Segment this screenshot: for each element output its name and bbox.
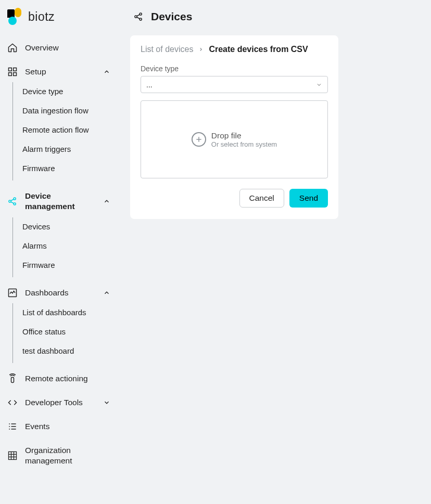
page-title: Devices — [151, 10, 192, 23]
device-type-label: Device type — [141, 64, 328, 73]
svg-line-8 — [11, 202, 14, 203]
chevron-up-icon — [103, 68, 110, 75]
share-icon — [133, 11, 144, 22]
nav-organization-management[interactable]: Organization management — [0, 440, 120, 471]
nav-setup-device-type[interactable]: Device type — [13, 82, 120, 100]
nav-device-management[interactable]: Device management — [0, 186, 120, 217]
device-type-select[interactable]: ... — [141, 76, 328, 93]
chevron-down-icon — [103, 399, 110, 406]
nav-dashboards[interactable]: Dashboards — [0, 282, 120, 303]
svg-point-22 — [135, 16, 137, 18]
nav-events[interactable]: Events — [0, 416, 120, 437]
nav-setup-firmware[interactable]: Firmware — [13, 159, 120, 177]
dropzone-main-text: Drop file — [211, 131, 277, 140]
nav-db-test[interactable]: test dashboard — [13, 342, 120, 360]
device-type-value: ... — [146, 81, 153, 89]
nav: Overview Setup Device type Data ingestio… — [0, 37, 120, 471]
list-icon — [7, 421, 18, 432]
nav-developer-tools[interactable]: Developer Tools — [0, 392, 120, 413]
nav-db-office-status[interactable]: Office status — [13, 322, 120, 341]
svg-rect-1 — [14, 68, 17, 71]
brand-name: biotz — [28, 10, 55, 24]
nav-remote-actioning[interactable]: Remote actioning — [0, 368, 120, 389]
sidebar: biotz Overview Setup Device type — [0, 0, 120, 504]
nav-dm-devices[interactable]: Devices — [13, 217, 120, 236]
nav-dm-alarms[interactable]: Alarms — [13, 237, 120, 255]
nav-dm-firmware[interactable]: Firmware — [13, 256, 120, 274]
page-header: Devices — [130, 0, 421, 35]
activity-icon — [7, 288, 18, 298]
nav-setup-label: Setup — [25, 67, 96, 77]
svg-rect-10 — [11, 377, 14, 382]
nav-dashboards-label: Dashboards — [25, 288, 96, 298]
brand-logo — [7, 9, 22, 24]
svg-rect-3 — [14, 73, 17, 76]
chevron-down-icon — [316, 82, 322, 88]
nav-overview-label: Overview — [25, 43, 110, 53]
nav-organization-management-label: Organization management — [25, 445, 110, 466]
breadcrumb-prev[interactable]: List of devices — [141, 45, 193, 54]
nav-device-management-label: Device management — [25, 191, 96, 212]
file-dropzone[interactable]: Drop file Or select from system — [141, 100, 328, 178]
svg-line-7 — [11, 199, 14, 201]
nav-setup-remote-action[interactable]: Remote action flow — [13, 121, 120, 139]
nav-overview[interactable]: Overview — [0, 37, 120, 58]
nav-setup[interactable]: Setup — [0, 61, 120, 82]
dropzone-sub-text: Or select from system — [211, 140, 277, 148]
nav-events-label: Events — [25, 421, 110, 432]
chevron-up-icon — [103, 198, 110, 205]
send-button[interactable]: Send — [289, 189, 328, 208]
nav-setup-children: Device type Data ingestion flow Remote a… — [12, 82, 120, 180]
cancel-button[interactable]: Cancel — [239, 189, 284, 208]
svg-rect-2 — [9, 73, 12, 76]
breadcrumb: List of devices Create devices from CSV — [141, 45, 328, 54]
nav-db-list[interactable]: List of dashboards — [13, 303, 120, 321]
svg-point-5 — [14, 198, 16, 200]
dropzone-text: Drop file Or select from system — [211, 131, 277, 148]
svg-rect-17 — [9, 452, 17, 460]
chevron-up-icon — [103, 289, 110, 296]
remote-icon — [7, 373, 18, 384]
svg-point-4 — [9, 200, 11, 202]
svg-point-24 — [140, 18, 142, 20]
svg-point-23 — [140, 13, 142, 15]
code-icon — [7, 397, 18, 408]
building-icon — [7, 450, 18, 461]
nav-device-management-children: Devices Alarms Firmware — [12, 217, 120, 277]
nav-developer-tools-label: Developer Tools — [25, 397, 96, 408]
nav-setup-alarm-triggers[interactable]: Alarm triggers — [13, 140, 120, 158]
action-row: Cancel Send — [141, 189, 328, 208]
breadcrumb-current: Create devices from CSV — [209, 45, 308, 54]
svg-point-6 — [14, 203, 16, 205]
svg-line-26 — [137, 17, 140, 19]
share-icon — [7, 196, 18, 206]
home-icon — [7, 43, 18, 53]
svg-rect-0 — [9, 68, 12, 71]
nav-remote-actioning-label: Remote actioning — [25, 373, 110, 384]
chevron-right-icon — [198, 47, 204, 52]
nav-dashboards-children: List of dashboards Office status test da… — [12, 303, 120, 363]
main: Devices List of devices Create devices f… — [120, 0, 431, 504]
plus-circle-icon — [192, 132, 206, 147]
grid-icon — [7, 67, 18, 77]
nav-setup-data-ingestion[interactable]: Data ingestion flow — [13, 101, 120, 120]
svg-line-25 — [137, 15, 140, 16]
brand: biotz — [0, 9, 120, 37]
create-devices-card: List of devices Create devices from CSV … — [130, 35, 338, 219]
